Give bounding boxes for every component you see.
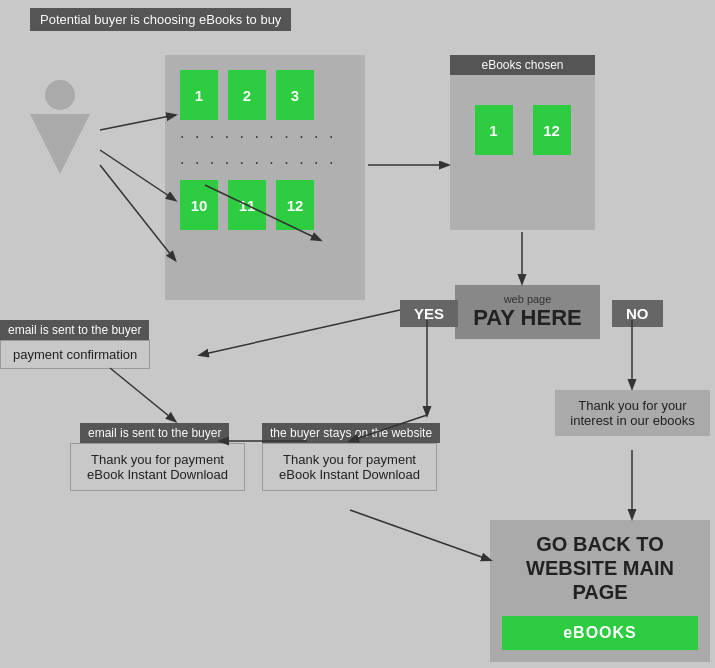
svg-line-2 <box>100 165 175 260</box>
thankyou-left-line2: eBook Instant Download <box>83 467 232 482</box>
svg-line-8 <box>110 368 175 421</box>
ebooks-button[interactable]: eBOOKS <box>502 616 698 650</box>
thankyou-center-line1: Thank you for payment <box>275 452 424 467</box>
go-back-box: GO BACK TO WEBSITE MAIN PAGE eBOOKS <box>490 520 710 662</box>
buyer-stays-label: the buyer stays on the website <box>262 423 440 443</box>
email-sent-left-label: email is sent to the buyer <box>0 320 149 340</box>
thankyou-left-box: Thank you for payment eBook Instant Down… <box>70 443 245 491</box>
dots-row-1: · · · · · · · · · · · <box>180 128 350 146</box>
svg-line-0 <box>100 115 175 130</box>
ebooks-chosen-panel: eBooks chosen 1 12 <box>450 55 595 230</box>
thankyou-left-line1: Thank you for payment <box>83 452 232 467</box>
payment-confirm-box: payment confirmation <box>0 340 150 369</box>
ebook-item-1: 1 <box>180 70 218 120</box>
svg-line-1 <box>100 150 175 200</box>
svg-line-7 <box>200 310 400 355</box>
thankyou-interest-line1: Thank you for your <box>567 398 698 413</box>
ebook-item-11: 11 <box>228 180 266 230</box>
ebook-item-2: 2 <box>228 70 266 120</box>
email-sent-buyer-label: email is sent to the buyer <box>80 423 229 443</box>
ebook-item-12: 12 <box>276 180 314 230</box>
ebooks-chosen-label: eBooks chosen <box>450 55 595 75</box>
person-figure <box>30 80 90 174</box>
ebooks-chosen-items: 1 12 <box>450 95 595 165</box>
thankyou-interest-box: Thank you for your interest in our ebook… <box>555 390 710 436</box>
thankyou-center-line2: eBook Instant Download <box>275 467 424 482</box>
top-label: Potential buyer is choosing eBooks to bu… <box>30 8 291 31</box>
ebooks-selection-panel: 1 2 3 · · · · · · · · · · · · · · · · · … <box>165 55 365 300</box>
ebook-item-3: 3 <box>276 70 314 120</box>
yes-button[interactable]: YES <box>400 300 458 327</box>
no-button[interactable]: NO <box>612 300 663 327</box>
diagram: Potential buyer is choosing eBooks to bu… <box>0 0 715 668</box>
thankyou-interest-line2: interest in our ebooks <box>567 413 698 428</box>
svg-line-11 <box>350 510 490 560</box>
ebook-row-1: 1 2 3 <box>180 70 350 120</box>
pay-here-box: web page PAY HERE <box>455 285 600 339</box>
person-body <box>30 114 90 174</box>
chosen-item-12: 12 <box>533 105 571 155</box>
person-head <box>45 80 75 110</box>
dots-row-2: · · · · · · · · · · · <box>180 154 350 172</box>
ebook-row-2: 10 11 12 <box>180 180 350 230</box>
pay-here-title: PAY HERE <box>467 305 588 331</box>
pay-here-label: web page <box>467 293 588 305</box>
ebook-item-10: 10 <box>180 180 218 230</box>
thankyou-center-box: Thank you for payment eBook Instant Down… <box>262 443 437 491</box>
go-back-title: GO BACK TO WEBSITE MAIN PAGE <box>502 532 698 604</box>
chosen-item-1: 1 <box>475 105 513 155</box>
